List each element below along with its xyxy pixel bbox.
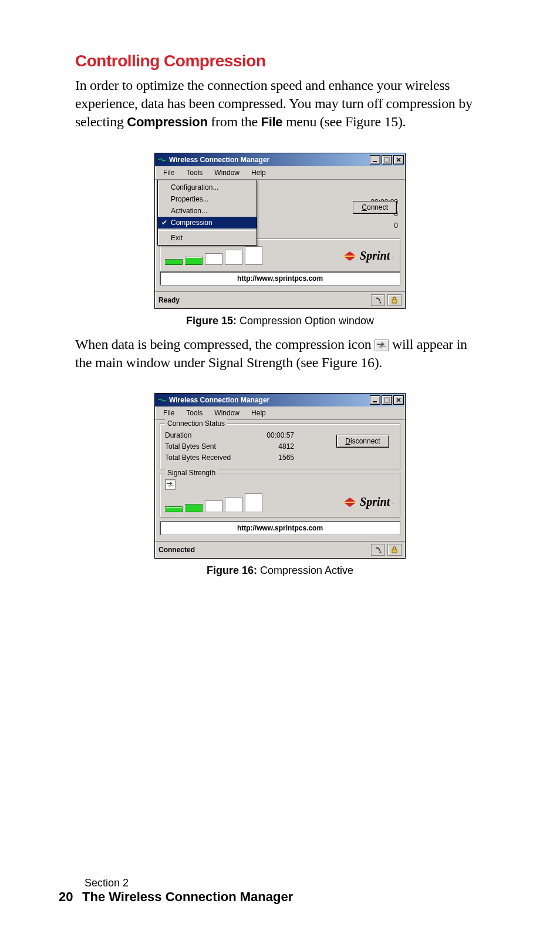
menu-window[interactable]: Window [208,167,245,178]
bold-compression: Compression [127,115,207,129]
svg-rect-7 [392,549,397,553]
menu-help[interactable]: Help [245,167,272,178]
app-icon [157,396,167,404]
caption-label: Figure 15: [186,315,237,327]
svg-rect-1 [384,157,389,162]
bytes-recv-value: 0 [370,220,398,231]
brand-logo: Sprint. [323,249,394,264]
menu-item-label: Compression [171,219,212,227]
connect-button[interactable]: Connect [353,201,397,214]
maximize-button[interactable] [382,155,392,164]
bytes-sent-label: Total Bytes Sent [165,441,253,452]
signal-bar-5 [245,246,262,265]
maximize-button[interactable] [382,395,392,405]
menu-item-configuration[interactable]: Configuration... [158,182,257,193]
bytes-recv-value: 1565 [253,452,294,463]
menu-window[interactable]: Window [208,408,245,418]
statusbar: Ready [155,291,405,308]
text: menu (see Figure 15). [282,114,406,129]
window-title: Wireless Connection Manager [169,396,370,404]
bytes-sent-value: 4812 [253,441,294,452]
minimize-button[interactable] [370,155,380,164]
signal-strength-group: Signal Strength [160,473,400,518]
app-window-fig15: Wireless Connection Manager File Tools W… [154,153,406,309]
menu-file[interactable]: File [157,408,180,418]
menu-help[interactable]: Help [245,408,272,418]
sprint-diamond-icon [342,250,357,262]
statusbar: Connected [155,541,405,558]
close-button[interactable] [393,155,404,164]
compression-icon [375,340,389,351]
bytes-recv-label: Total Bytes Received [165,452,253,463]
menu-item-properties[interactable]: Properties... [158,193,257,205]
status-icon-1[interactable] [371,294,385,306]
duration-value: 00:00:57 [253,430,294,441]
menu-tools[interactable]: Tools [180,167,208,178]
group-title: Connection Status [165,419,227,428]
compression-active-icon [165,479,176,490]
btn-label: onnect [367,203,388,211]
signal-bar-3 [205,253,222,265]
status-icon-lock[interactable] [387,294,402,306]
status-text: Ready [158,296,180,304]
status-icon-lock[interactable] [387,544,402,556]
close-button[interactable] [393,395,404,405]
svg-rect-0 [373,161,377,162]
menubar: File Tools Window Help [155,406,405,420]
brand-name: Sprint [360,249,390,263]
menu-item-activation[interactable]: Activation... [158,205,257,217]
signal-bar-4 [225,497,242,512]
signal-bar-1 [165,259,183,265]
disconnect-button[interactable]: Disconnect [336,435,389,448]
status-icon-1[interactable] [371,544,385,556]
figure-16-caption: Figure 16: Compression Active [75,565,485,577]
brand-name: Sprint [360,495,390,509]
text: from the [208,114,261,129]
brand-logo: Sprint. [323,495,394,510]
section-heading: Controlling Compression [75,52,485,70]
menubar: File Tools Window Help [155,166,405,180]
text: When data is being compressed, the compr… [75,337,375,352]
signal-bar-4 [225,250,242,265]
menu-item-exit[interactable]: Exit [158,232,257,244]
menu-separator [159,230,255,231]
caption-text: Compression Option window [237,315,374,327]
svg-rect-3 [392,300,397,303]
svg-rect-4 [373,401,377,402]
connection-status-group: Connection Status Duration00:00:57 Total… [160,424,400,469]
menu-file[interactable]: File [157,167,180,178]
file-menu-dropdown: Configuration... Properties... Activatio… [157,180,257,246]
url-bar[interactable]: http://www.sprintpcs.com [160,521,400,535]
paragraph-1: In order to optimize the connection spee… [75,76,485,132]
signal-bar-1 [165,506,183,512]
svg-point-6 [380,551,382,553]
svg-rect-5 [384,398,389,402]
footer-section: Section 2 [85,877,293,889]
titlebar[interactable]: Wireless Connection Manager [155,153,405,166]
sprint-diamond-icon [342,496,357,508]
status-text: Connected [158,546,195,554]
window-title: Wireless Connection Manager [169,156,370,164]
caption-text: Compression Active [257,565,353,576]
duration-label: Duration [165,430,253,441]
menu-item-compression[interactable]: ✔Compression [158,217,257,229]
svg-point-2 [380,301,382,303]
footer-title: The Wireless Connection Manager [82,889,293,904]
signal-bar-2 [185,257,203,265]
check-icon: ✔ [161,219,167,227]
menu-tools[interactable]: Tools [180,408,208,418]
signal-bar-5 [245,493,262,512]
signal-bar-3 [205,500,222,512]
group-title: Signal Strength [165,469,218,477]
app-icon [157,156,167,164]
figure-15-caption: Figure 15: Compression Option window [75,315,485,327]
minimize-button[interactable] [370,395,380,405]
signal-bar-2 [185,504,203,512]
titlebar[interactable]: Wireless Connection Manager [155,394,405,406]
caption-label: Figure 16: [207,565,257,576]
page-number: 20 [59,889,82,905]
paragraph-2: When data is being compressed, the compr… [75,335,485,372]
app-window-fig16: Wireless Connection Manager File Tools W… [154,393,406,559]
page-footer: Section 2 20The Wireless Connection Mana… [59,877,293,905]
url-bar[interactable]: http://www.sprintpcs.com [160,271,400,285]
